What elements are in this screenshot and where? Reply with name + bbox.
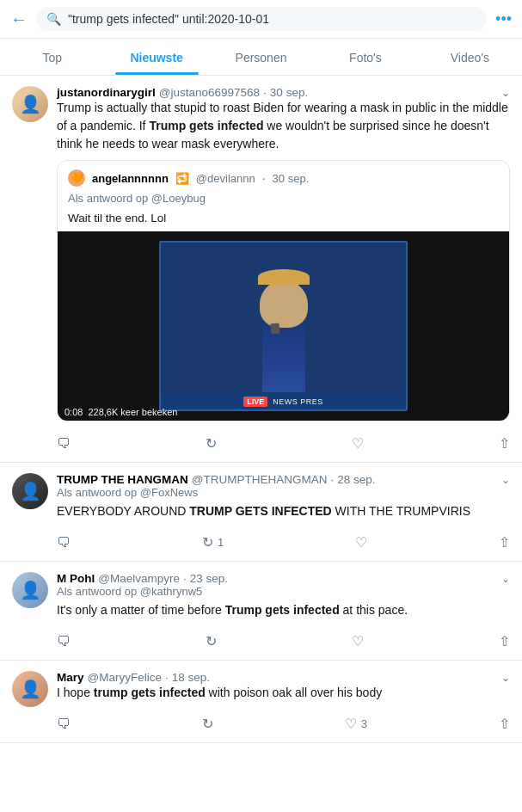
retweet-icon: ↻ bbox=[202, 716, 213, 732]
retweet-count: 1 bbox=[218, 536, 224, 549]
tweet-row: 👤 TRUMP THE HANGMAN @TRUMPTHEHANGMAN · 2… bbox=[0, 463, 522, 562]
share-button[interactable]: ⇧ bbox=[499, 633, 510, 649]
reply-button[interactable]: 🗨 bbox=[57, 634, 71, 649]
username: M Pohl bbox=[57, 572, 95, 585]
username: justanordinarygirl bbox=[57, 86, 156, 99]
tweet-row: 👤 Mary @MaryyFelice · 18 sep. ⌄ I hope t… bbox=[0, 661, 522, 743]
quoted-body: Wait til the end. Lol bbox=[58, 212, 509, 231]
quoted-avatar: 🧡 bbox=[68, 169, 85, 187]
retweet-button[interactable]: ↻ bbox=[206, 633, 217, 649]
like-button[interactable]: ♡ bbox=[352, 633, 364, 649]
tab-videos[interactable]: Video's bbox=[418, 39, 522, 75]
tweet-actions: 🗨 ↻ 1 ♡ ⇧ bbox=[57, 527, 510, 551]
retweet-button[interactable]: ↻ 1 bbox=[202, 534, 224, 551]
share-button[interactable]: ⇧ bbox=[499, 534, 510, 551]
quoted-tweet-header: 🧡 angelannnnnn 🔁 @devilannn · 30 sep. bbox=[58, 161, 509, 192]
handle: @TRUMPTHEHANGMAN bbox=[192, 473, 328, 486]
search-query-text: "trump gets infected" until:2020-10-01 bbox=[68, 12, 269, 26]
retweet-icon: ↻ bbox=[206, 435, 217, 452]
tweet-body: It's only a matter of time before Trump … bbox=[57, 601, 510, 619]
share-icon: ⇧ bbox=[499, 716, 510, 732]
username: TRUMP THE HANGMAN bbox=[57, 473, 188, 486]
tweet-row: 👤 justanordinarygirl @justano66997568 · … bbox=[0, 76, 522, 463]
avatar: 👤 bbox=[12, 86, 48, 122]
tab-top[interactable]: Top bbox=[0, 39, 104, 75]
reply-icon: 🗨 bbox=[57, 634, 71, 649]
reply-to: Als antwoord op @FoxNews bbox=[57, 486, 510, 499]
retweet-button[interactable]: ↻ bbox=[202, 716, 213, 732]
tweet-user-line: TRUMP THE HANGMAN @TRUMPTHEHANGMAN · 28 … bbox=[57, 473, 510, 486]
tweet-actions: 🗨 ↻ ♡ 3 ⇧ bbox=[57, 709, 510, 732]
retweet-icon: ↻ bbox=[206, 633, 217, 649]
retweet-icon: ↻ bbox=[202, 534, 213, 551]
video-controls: 0:08 228,6K keer bekeken bbox=[64, 407, 177, 417]
tweet-user-line: justanordinarygirl @justano66997568 · 30… bbox=[57, 86, 510, 99]
tweet-date: 30 sep. bbox=[270, 86, 308, 99]
tweet-user-line: Mary @MaryyFelice · 18 sep. ⌄ bbox=[57, 671, 510, 684]
tweet-actions: 🗨 ↻ ♡ ⇧ bbox=[57, 428, 510, 452]
tweet-row: 👤 M Pohl @Maelvampyre · 23 sep. ⌄ Als an… bbox=[0, 562, 522, 661]
handle: @MaryyFelice bbox=[88, 671, 162, 684]
avatar: 👤 bbox=[12, 671, 48, 707]
tab-fotos[interactable]: Foto's bbox=[313, 39, 417, 75]
avatar: 👤 bbox=[12, 572, 48, 608]
quoted-username: angelannnnnn bbox=[92, 172, 169, 185]
tweet-date: 28 sep. bbox=[337, 473, 375, 486]
share-icon: ⇧ bbox=[499, 534, 510, 551]
like-button[interactable]: ♡ bbox=[352, 435, 364, 452]
chevron-down-icon[interactable]: ⌄ bbox=[501, 474, 510, 486]
tweet-body: Trump is actually that stupid to roast B… bbox=[57, 99, 510, 153]
tweet-body: EVERYBODY AROUND TRUMP GETS INFECTED WIT… bbox=[57, 502, 510, 520]
tweet-actions: 🗨 ↻ ♡ ⇧ bbox=[57, 626, 510, 649]
tab-personen[interactable]: Personen bbox=[209, 39, 313, 75]
top-bar: ← 🔍 "trump gets infected" until:2020-10-… bbox=[0, 0, 522, 39]
reply-icon: 🗨 bbox=[57, 436, 71, 452]
retweet-button[interactable]: ↻ bbox=[206, 435, 217, 452]
reply-to: Als antwoord op @kathrynw5 bbox=[57, 585, 510, 598]
tweet-body: I hope trump gets infected with poison o… bbox=[57, 684, 510, 702]
back-button[interactable]: ← bbox=[10, 9, 28, 29]
like-icon: ♡ bbox=[355, 534, 367, 551]
search-icon: 🔍 bbox=[46, 12, 61, 26]
reply-button[interactable]: 🗨 bbox=[57, 436, 71, 452]
chevron-down-icon[interactable]: ⌄ bbox=[501, 87, 510, 99]
like-button[interactable]: ♡ bbox=[355, 534, 367, 551]
share-button[interactable]: ⇧ bbox=[499, 435, 510, 452]
like-icon: ♡ bbox=[352, 633, 364, 649]
nav-tabs: Top Nieuwste Personen Foto's Video's bbox=[0, 39, 522, 76]
handle: @justano66997568 bbox=[159, 86, 260, 99]
share-icon: ⇧ bbox=[499, 435, 510, 452]
avatar: 👤 bbox=[12, 473, 48, 509]
chevron-down-icon[interactable]: ⌄ bbox=[501, 573, 510, 585]
like-icon: ♡ bbox=[352, 435, 364, 452]
tweet-user-line: M Pohl @Maelvampyre · 23 sep. ⌄ bbox=[57, 572, 510, 585]
reply-to: Als antwoord op @Loeybug bbox=[58, 192, 509, 208]
reply-icon: 🗨 bbox=[57, 535, 71, 551]
live-badge: LIVE bbox=[243, 397, 267, 407]
tab-nieuwste[interactable]: Nieuwste bbox=[104, 39, 208, 75]
chevron-down-icon[interactable]: ⌄ bbox=[501, 672, 510, 684]
reply-button[interactable]: 🗨 bbox=[57, 717, 71, 732]
video-thumbnail[interactable]: mong deriveThat anyno R Pep bbox=[58, 231, 509, 421]
reply-button[interactable]: 🗨 bbox=[57, 535, 71, 551]
tweet-date: 18 sep. bbox=[172, 671, 210, 684]
quoted-handle: @devilannn bbox=[196, 172, 255, 185]
username: Mary bbox=[57, 671, 84, 684]
news-bar-text: NEWS PRES bbox=[273, 397, 323, 406]
quoted-tweet[interactable]: 🧡 angelannnnnn 🔁 @devilannn · 30 sep. Al… bbox=[57, 160, 510, 421]
like-count: 3 bbox=[361, 717, 367, 730]
quoted-date: 30 sep. bbox=[273, 172, 310, 185]
search-box[interactable]: 🔍 "trump gets infected" until:2020-10-01 bbox=[36, 7, 487, 31]
reply-icon: 🗨 bbox=[57, 717, 71, 732]
share-icon: ⇧ bbox=[499, 633, 510, 649]
handle: @Maelvampyre bbox=[98, 572, 180, 585]
like-button[interactable]: ♡ 3 bbox=[345, 716, 367, 732]
share-button[interactable]: ⇧ bbox=[499, 716, 510, 732]
more-options-button[interactable]: ••• bbox=[495, 10, 512, 28]
like-icon: ♡ bbox=[345, 716, 357, 732]
tweet-date: 23 sep. bbox=[190, 572, 228, 585]
